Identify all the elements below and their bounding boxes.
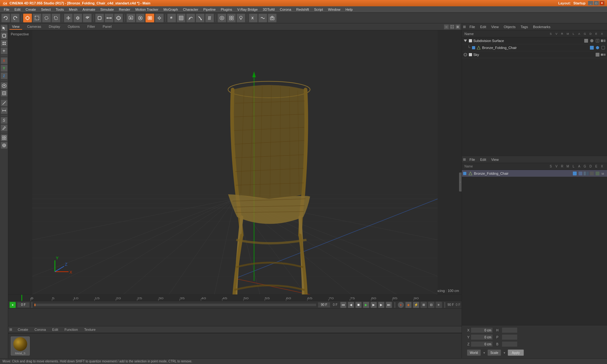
coord-x-pos[interactable]: [471, 327, 493, 333]
polygon-mode-button[interactable]: [114, 14, 123, 22]
coord-z-pos[interactable]: [471, 341, 493, 347]
right-collapse-tab[interactable]: ›: [459, 173, 462, 191]
lower-chair-icon3[interactable]: [584, 171, 589, 176]
menu-select[interactable]: Select: [39, 7, 53, 12]
world-button[interactable]: World: [467, 349, 481, 356]
render-preview-button[interactable]: [126, 14, 135, 22]
tab-view[interactable]: View: [9, 24, 22, 30]
menu-simulate[interactable]: Simulate: [98, 7, 116, 12]
axis-y-button[interactable]: Y: [1, 65, 8, 72]
om-row-subdivision[interactable]: Subdivision Surface: [462, 37, 607, 44]
line-button[interactable]: [1, 100, 8, 106]
light-button[interactable]: [236, 14, 245, 22]
om-row-chair[interactable]: Bronze_Folding_Chair: [462, 44, 607, 51]
key-mode-button[interactable]: ◆: [405, 302, 412, 308]
grid-l-button[interactable]: [1, 134, 8, 141]
render-view-button[interactable]: [145, 14, 154, 22]
vp-fullscreen-button[interactable]: ⛶: [450, 24, 455, 29]
play-forward-button[interactable]: ▶: [371, 302, 377, 308]
coord-y-pos[interactable]: [471, 334, 493, 340]
om-menu-tags[interactable]: Tags: [519, 24, 529, 29]
record-mode-button[interactable]: ●: [398, 302, 404, 308]
coord-b-val[interactable]: [502, 341, 518, 347]
auto-key-button[interactable]: ⚡: [413, 302, 419, 308]
live-selection-button[interactable]: [23, 14, 32, 22]
paint-button[interactable]: [196, 14, 205, 22]
minimize-button[interactable]: _: [588, 1, 593, 5]
goto-start-button[interactable]: ⏮: [340, 302, 346, 308]
goto-end-button[interactable]: ⏭: [386, 302, 392, 308]
brush-button[interactable]: [1, 124, 8, 131]
vp-layout-button[interactable]: ⊞: [455, 24, 460, 29]
scale-button-coord[interactable]: Scale: [487, 349, 501, 356]
om-sub-texture-2[interactable]: [601, 38, 606, 43]
mat-tab-create[interactable]: Create: [16, 327, 30, 332]
mat-tab-corona[interactable]: Corona: [33, 327, 48, 332]
menu-edit[interactable]: Edit: [12, 7, 23, 12]
hair-button[interactable]: [205, 14, 214, 22]
menu-animate[interactable]: Animate: [80, 7, 98, 12]
menu-plugins[interactable]: Plugins: [218, 7, 235, 12]
rotate-button[interactable]: [83, 14, 92, 22]
om-chair-icon-2[interactable]: [595, 45, 600, 50]
edge-mode-button[interactable]: [105, 14, 113, 22]
points-mode-button[interactable]: [1, 40, 8, 47]
pb-scrubber[interactable]: [34, 303, 316, 306]
stop-button[interactable]: ⏹: [355, 302, 362, 308]
free-selection-button[interactable]: [52, 14, 60, 22]
axis-z-button[interactable]: Z: [1, 72, 8, 79]
play-button[interactable]: ▶: [363, 302, 369, 308]
coord-h-val[interactable]: [502, 327, 518, 333]
apply-button[interactable]: Apply: [508, 349, 524, 356]
material-button[interactable]: [167, 14, 176, 22]
lower-om-menu-file[interactable]: File: [468, 157, 476, 162]
lower-om-menu-view[interactable]: View: [490, 157, 500, 162]
tab-cameras[interactable]: Cameras: [25, 24, 44, 30]
lower-om-row-chair[interactable]: Bronze_Folding_Chair: [462, 170, 607, 177]
menu-pipeline[interactable]: Pipeline: [201, 7, 218, 12]
radial-button[interactable]: [1, 142, 8, 149]
close-button[interactable]: ✕: [599, 1, 604, 5]
om-sub-texture-1[interactable]: [595, 38, 600, 43]
lower-chair-icon4[interactable]: [589, 171, 594, 176]
xpresso-button[interactable]: X: [249, 14, 258, 22]
render-settings-button[interactable]: [155, 14, 164, 22]
timeline-button2[interactable]: ⊟: [428, 302, 434, 308]
menu-mograph[interactable]: MoGraph: [161, 7, 181, 12]
move-button[interactable]: [64, 14, 73, 22]
viewport-canvas[interactable]: Perspective Grid Spacing : 100 cm: [8, 30, 462, 294]
om-menu-file[interactable]: File: [468, 24, 476, 29]
menu-script[interactable]: Script: [311, 7, 325, 12]
menu-redshift[interactable]: Redshift: [294, 7, 311, 12]
om-menu-bookmarks[interactable]: Bookmarks: [532, 24, 552, 29]
menu-window[interactable]: Window: [326, 7, 343, 12]
tab-display[interactable]: Display: [46, 24, 63, 30]
material-thumb-metal[interactable]: Metal_S: [11, 337, 30, 355]
om-chair-texture[interactable]: [601, 45, 606, 50]
tab-filter[interactable]: Filter: [85, 24, 97, 30]
coord-p-val[interactable]: [502, 334, 518, 340]
current-frame-input[interactable]: [17, 302, 30, 308]
end-frame-input[interactable]: [318, 302, 330, 308]
om-chair-icon-1[interactable]: [589, 45, 594, 50]
sketch-button[interactable]: S: [1, 117, 8, 124]
menu-file[interactable]: File: [1, 7, 12, 12]
menu-vray[interactable]: V-Ray Bridge: [235, 7, 260, 12]
om-row-sky[interactable]: Sky: [462, 51, 607, 58]
maximize-button[interactable]: □: [594, 1, 599, 5]
redo-button[interactable]: [11, 14, 20, 22]
om-sky-icon-1[interactable]: [595, 52, 600, 57]
scale-button[interactable]: [73, 14, 82, 22]
mat-tab-edit[interactable]: Edit: [50, 327, 60, 332]
pb-record-button[interactable]: ●: [9, 302, 16, 308]
circle-selection-button[interactable]: [42, 14, 51, 22]
menu-mesh[interactable]: Mesh: [66, 7, 80, 12]
select-tool-button[interactable]: [1, 25, 8, 32]
menu-tools[interactable]: Tools: [53, 7, 66, 12]
rectangle-selection-button[interactable]: [33, 14, 41, 22]
menu-character[interactable]: Character: [181, 7, 201, 12]
tab-panel[interactable]: Panel: [100, 24, 114, 30]
motion-button[interactable]: [258, 14, 267, 22]
object-mode-button[interactable]: [95, 14, 104, 22]
menu-motion-tracker[interactable]: Motion Tracker: [133, 7, 161, 12]
